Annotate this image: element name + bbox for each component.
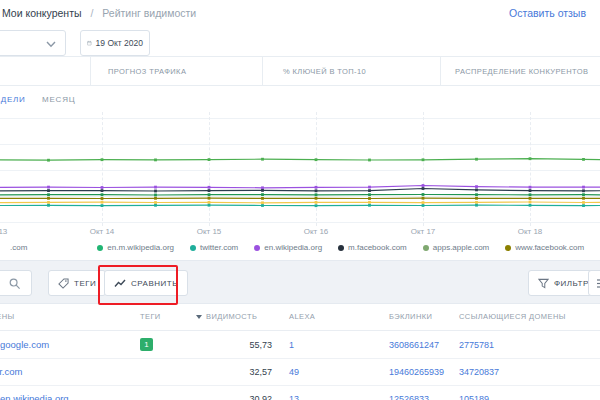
x-axis-label: Окт 18 <box>508 227 552 236</box>
search-input[interactable] <box>0 270 32 296</box>
chart-point <box>582 189 585 192</box>
domain-link[interactable]: twitter.com <box>0 358 22 385</box>
tag-icon <box>58 278 69 289</box>
table-settings-button[interactable] <box>588 270 600 296</box>
tags-button[interactable]: ТЕГИ <box>48 270 106 296</box>
chart-series-line <box>0 205 600 206</box>
column-header-ref-domains[interactable]: ССЫЛАЮЩИЕСЯ ДОМЕНЫ <box>459 312 566 321</box>
project-select-dropdown[interactable] <box>0 30 66 56</box>
chart-point <box>47 159 50 162</box>
ref-domains-link[interactable]: 105189 <box>459 385 489 400</box>
legend-label: .com <box>10 243 27 252</box>
column-header-visibility-label: ВИДИМОСТЬ <box>206 312 257 321</box>
x-axis-label: Окт 15 <box>187 227 231 236</box>
chart-point <box>475 185 478 188</box>
backlinks-link[interactable]: 12526833 <box>389 385 429 400</box>
sort-desc-icon <box>196 315 202 319</box>
legend-color-dot <box>254 245 260 251</box>
chart-point <box>154 201 157 204</box>
tag-badge[interactable]: 1 <box>140 338 153 351</box>
chart-point <box>315 186 318 189</box>
legend-item[interactable]: .com <box>0 243 27 252</box>
legend-color-dot <box>423 245 429 251</box>
toggle-weeks[interactable]: НЕДЕЛИ <box>0 95 26 104</box>
chart-point <box>422 184 425 187</box>
calendar-icon <box>87 37 92 49</box>
alexa-rank-link[interactable]: 1 <box>289 331 294 358</box>
compare-button[interactable]: СРАВНИТЬ <box>104 270 188 296</box>
breadcrumb-separator: / <box>90 7 93 19</box>
tags-button-label: ТЕГИ <box>74 279 96 288</box>
backlinks-link[interactable]: 19460265939 <box>389 358 444 385</box>
chart-point <box>315 158 318 161</box>
chart-point <box>101 193 104 196</box>
column-header-backlinks[interactable]: БЭКЛИНКИ <box>389 312 432 321</box>
legend-item[interactable]: apps.apple.com <box>423 243 489 252</box>
legend-item[interactable]: www.facebook.com <box>505 243 584 252</box>
column-header-tags[interactable]: ТЕГИ <box>140 312 161 321</box>
chart-point <box>101 186 104 189</box>
chart-point <box>368 201 371 204</box>
column-header-visibility[interactable]: ВИДИМОСТЬ <box>196 312 257 321</box>
alexa-rank-link[interactable]: 13 <box>289 385 299 400</box>
toggle-month[interactable]: МЕСЯЦ <box>42 95 75 104</box>
chart-point <box>208 201 211 204</box>
table-row: twitter.com 32,57 49 19460265939 3472083… <box>0 358 600 386</box>
ref-domains-link[interactable]: 2775781 <box>459 331 494 358</box>
compare-button-label: СРАВНИТЬ <box>131 279 178 288</box>
breadcrumb-visibility-rating: Рейтинг видимости <box>102 7 196 19</box>
column-header-alexa[interactable]: ALEXA <box>289 312 315 321</box>
chart-point <box>154 159 157 162</box>
chart-point <box>422 197 425 200</box>
tab-keys-in-top10[interactable]: % КЛЮЧЕЙ В ТОП-10 <box>283 67 366 76</box>
divider <box>262 57 263 85</box>
breadcrumb-my-competitors[interactable]: Мои конкуренты <box>2 7 82 19</box>
compare-chart-icon <box>114 279 126 288</box>
chart-point <box>475 201 478 204</box>
visibility-value: 32,57 <box>210 358 272 385</box>
date-picker-button[interactable]: 19 Окт 2020 <box>80 30 150 56</box>
chart-point <box>101 201 104 204</box>
chart-point <box>582 186 585 189</box>
x-axis-label: Окт 13 <box>0 227 17 236</box>
chart-point <box>47 186 50 189</box>
chart-point <box>582 158 585 161</box>
chart-point <box>261 158 264 161</box>
leave-feedback-link[interactable]: Оставить отзыв <box>509 7 586 19</box>
legend-item[interactable]: twitter.com <box>190 243 238 252</box>
chart-point <box>47 201 50 204</box>
chart-point <box>529 193 532 196</box>
chart-point <box>261 197 264 200</box>
alexa-rank-link[interactable]: 49 <box>289 358 299 385</box>
visibility-value: 30,92 <box>210 385 272 400</box>
backlinks-link[interactable]: 3608661247 <box>389 331 439 358</box>
chart-point <box>422 158 425 161</box>
tab-traffic-forecast[interactable]: ПРОГНОЗ ТРАФИКА <box>108 67 186 76</box>
chart-point <box>475 197 478 200</box>
domain-link[interactable]: google.com <box>0 331 49 358</box>
chart-point <box>315 197 318 200</box>
column-header-domains[interactable]: ДОМЕНЫ <box>0 312 15 321</box>
chart-series-line <box>0 159 600 161</box>
chart-point <box>208 193 211 196</box>
chart-point <box>315 201 318 204</box>
tab-competitors-distribution[interactable]: РАСПРЕДЕЛЕНИЕ КОНКУРЕНТОВ <box>455 67 588 76</box>
chart-point <box>47 204 50 207</box>
chart-legend: .com en.m.wikipedia.org twitter.com en.w… <box>0 243 600 252</box>
chart-point <box>529 189 532 192</box>
x-axis-label: Окт 17 <box>401 227 445 236</box>
legend-item[interactable]: m.facebook.com <box>338 243 407 252</box>
chart-point <box>368 159 371 162</box>
legend-item[interactable]: en.wikipedia.org <box>254 243 322 252</box>
domain-link[interactable]: en.wikipedia.org <box>0 385 69 400</box>
legend-label: twitter.com <box>200 243 238 252</box>
legend-label: apps.apple.com <box>433 243 489 252</box>
chart-point <box>422 201 425 204</box>
legend-item[interactable]: en.m.wikipedia.org <box>97 243 174 252</box>
ref-domains-link[interactable]: 34720837 <box>459 358 499 385</box>
chart-point <box>529 186 532 189</box>
chart-point <box>208 204 211 207</box>
chart-point <box>422 187 425 190</box>
chart-point <box>529 201 532 204</box>
divider <box>90 57 91 85</box>
